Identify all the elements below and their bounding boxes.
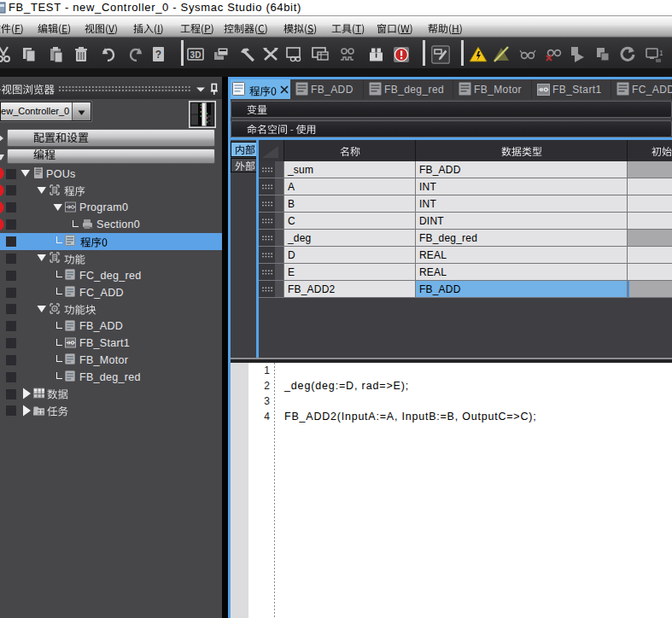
- svg-text:?: ?: [155, 49, 161, 61]
- svg-text:3D: 3D: [190, 50, 202, 60]
- svg-text:1: 1: [659, 49, 663, 57]
